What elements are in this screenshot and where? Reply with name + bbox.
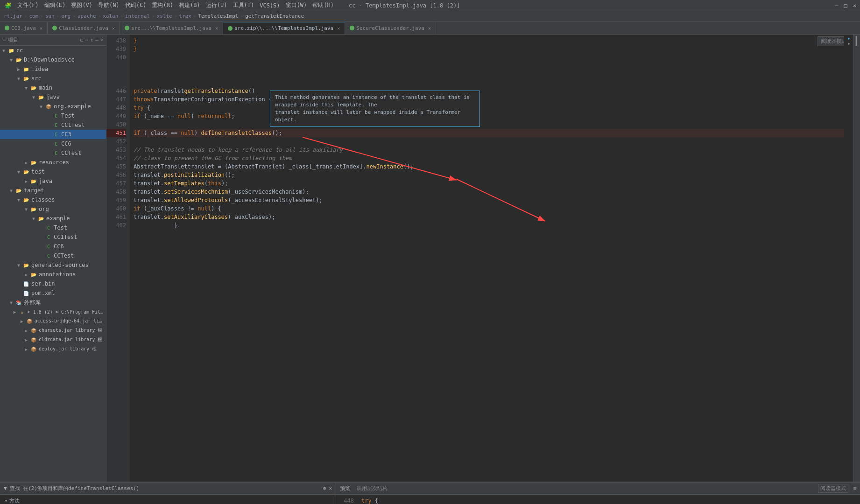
tree-item-target[interactable]: ▼ 📂 target: [0, 186, 106, 195]
tab-cc3[interactable]: CC3.java ✕: [0, 22, 48, 34]
close-icon[interactable]: ✕: [851, 2, 858, 9]
class-icon: C: [45, 252, 52, 259]
close-panel-icon[interactable]: ✕: [329, 485, 332, 491]
settings-gear-icon[interactable]: ⚙: [323, 485, 326, 491]
menu-window[interactable]: 窗口(W): [283, 1, 310, 9]
tree-item-java[interactable]: ▼ 📂 java: [0, 92, 106, 102]
bc-gettransletinstance[interactable]: getTransletInstance: [244, 13, 305, 19]
tree-item-test-java[interactable]: ▶ 📂 java: [0, 176, 106, 186]
tree-item-cc1test-target[interactable]: C CC1Test: [0, 232, 106, 242]
tree-item-org-example[interactable]: ▼ 📦 org.example: [0, 102, 106, 111]
sidebar-tree[interactable]: ▼ 📁 cc ▼ 📂 D:\Downloads\cc ▶ 📁 .idea ▼ 📂: [0, 46, 106, 482]
bc-apache[interactable]: apache: [77, 13, 97, 19]
tree-item-pom-xml[interactable]: 📄 pom.xml: [0, 288, 106, 298]
close-tab-classloader[interactable]: ✕: [112, 26, 115, 31]
code-line-blank2: [134, 70, 844, 78]
tree-arrow: ▼: [0, 48, 7, 53]
menu-vcs[interactable]: VCS(S): [257, 2, 282, 9]
reader-mode-button-bottom[interactable]: 阅读器模式: [818, 484, 848, 493]
menu-run[interactable]: 运行(U): [203, 1, 230, 9]
tree-item-src[interactable]: ▼ 📂 src: [0, 74, 106, 83]
bc-internal[interactable]: internal: [124, 13, 151, 19]
tree-item-idea[interactable]: ▶ 📁 .idea: [0, 64, 106, 74]
java-folder-icon: 📂: [37, 93, 45, 101]
tree-item-main[interactable]: ▼ 📂 main: [0, 83, 106, 92]
close-tab-secureclassloader[interactable]: ✕: [428, 26, 431, 31]
close-tab-templatesimpl-src[interactable]: ✕: [215, 26, 218, 31]
editor-scroll[interactable]: 438 439 440 | | | 446 447 448 449 450 45…: [106, 35, 853, 482]
tree-item-cc6[interactable]: C CC6: [0, 139, 106, 148]
tree-item-cc3[interactable]: C CC3: [0, 130, 106, 139]
menu-edit[interactable]: 编辑(E): [42, 1, 69, 9]
settings-icon[interactable]: ≡: [85, 37, 89, 43]
sync-icon[interactable]: ⊞: [80, 37, 84, 43]
hide-icon[interactable]: ✕: [100, 37, 103, 43]
tab-templatesimpl-zip[interactable]: src.zip\\...\\TemplatesImpl.java ✕: [223, 22, 345, 34]
expand-icon[interactable]: ↕: [90, 37, 93, 43]
menu-tools[interactable]: 工具(T): [230, 1, 257, 9]
sidebar-icons: ⊞ ≡ ↕ — ✕: [80, 37, 103, 43]
preview-label[interactable]: 预览: [340, 485, 350, 492]
bp-section-method[interactable]: ▼ 方法: [3, 497, 333, 504]
code-lines[interactable]: } } private Translet getTransletInstance…: [130, 35, 844, 482]
bc-xsltc[interactable]: xsltc: [156, 13, 173, 19]
tree-item-test-folder[interactable]: ▼ 📂 test: [0, 167, 106, 176]
tree-item-classes[interactable]: ▼ 📂 classes: [0, 195, 106, 204]
format-icon[interactable]: ≡: [853, 485, 856, 491]
tree-item-cctest[interactable]: C CCTest: [0, 148, 106, 158]
maximize-icon[interactable]: □: [842, 2, 849, 9]
tree-item-cc1test[interactable]: C CC1Test: [0, 120, 106, 130]
preview-panel-header: 预览 调用层次结构 阅读器模式 ≡: [336, 483, 860, 495]
tree-item-org-target[interactable]: ▼ 📂 org: [0, 204, 106, 214]
close-tab-templatesimpl-zip[interactable]: ✕: [337, 26, 340, 31]
section-arrow[interactable]: ▼: [4, 485, 7, 491]
bc-com[interactable]: com: [28, 13, 39, 19]
minimize-icon[interactable]: —: [833, 2, 840, 9]
code-line-454: // class to prevent the GC from collecti…: [134, 154, 844, 162]
tree-label: CC1Test: [54, 234, 78, 240]
menu-refactor[interactable]: 重构(R): [149, 1, 176, 9]
tree-item-test[interactable]: C Test: [0, 111, 106, 120]
tree-arrow: ▼: [30, 95, 37, 100]
tree-item-cc[interactable]: ▼ 📁 cc: [0, 46, 106, 55]
bc-sun[interactable]: sun: [44, 13, 56, 19]
preview-content[interactable]: 448 449 450 451 452 453 454 455 456 try …: [336, 495, 860, 504]
bc-xalan[interactable]: xalan: [102, 13, 119, 19]
tree-arrow: [37, 225, 45, 231]
tree-item-external-libs[interactable]: ▼ 📚 外部库: [0, 298, 106, 307]
tab-classloader[interactable]: ClassLoader.java ✕: [48, 22, 120, 34]
call-tree-label[interactable]: 调用层次结构: [357, 485, 388, 492]
close-tab-cc3[interactable]: ✕: [40, 26, 42, 31]
tree-item-cldrdata[interactable]: ▶ 📦 cldrdata.jar library 根: [0, 335, 106, 344]
collapse-icon[interactable]: —: [95, 37, 99, 43]
bc-org[interactable]: org: [60, 13, 71, 19]
bc-templatesimpl[interactable]: TemplatesImpl: [197, 13, 239, 19]
tree-item-ser-bin[interactable]: 📄 ser.bin: [0, 279, 106, 288]
menu-code[interactable]: 代码(C): [122, 1, 149, 9]
tab-secureclassloader[interactable]: SecureClassLoader.java ✕: [345, 22, 436, 34]
tree-item-access-bridge[interactable]: ▶ 📦 access-bridge-64.jar library 根: [0, 316, 106, 326]
find-results-content[interactable]: ▼ 方法 ▼ ● defineTransletClasses() 在com.su…: [0, 495, 336, 504]
menu-file[interactable]: 文件(F): [14, 1, 42, 9]
tree-item-path[interactable]: ▼ 📂 D:\Downloads\cc: [0, 55, 106, 64]
menu-help[interactable]: 帮助(H): [310, 1, 337, 9]
gutter-dot-1: ▌: [856, 36, 858, 41]
menu-view[interactable]: 视图(V): [68, 1, 95, 9]
java-folder-icon: 📂: [30, 177, 37, 185]
tree-item-jdk18[interactable]: ▶ ☕ < 1.8 (2) > C:\Program Files\Java\jd…: [0, 307, 106, 316]
tree-item-cctest-target[interactable]: C CCTest: [0, 251, 106, 260]
tree-item-deploy[interactable]: ▶ 📦 deploy.jar library 根: [0, 344, 106, 354]
tree-item-resources[interactable]: ▶ 📂 resources: [0, 158, 106, 167]
tree-item-generated-sources[interactable]: ▼ 📂 generated-sources: [0, 260, 106, 270]
menu-navigate[interactable]: 导航(N): [95, 1, 122, 9]
tree-item-charsets[interactable]: ▶ 📦 charsets.jar library 根: [0, 326, 106, 335]
tree-item-test-target[interactable]: C Test: [0, 223, 106, 232]
bc-trax[interactable]: trax: [178, 13, 192, 19]
tab-templatesimpl-src[interactable]: src...\\TemplatesImpl.java ✕: [120, 22, 223, 34]
tree-item-example-target[interactable]: ▼ 📂 example: [0, 214, 106, 223]
bc-rtjar[interactable]: rt.jar: [3, 13, 23, 19]
tree-item-cc6-target[interactable]: C CC6: [0, 242, 106, 251]
menu-build[interactable]: 构建(B): [176, 1, 203, 9]
tree-arrow: [15, 281, 22, 287]
tree-item-annotations[interactable]: ▶ 📂 annotations: [0, 270, 106, 279]
